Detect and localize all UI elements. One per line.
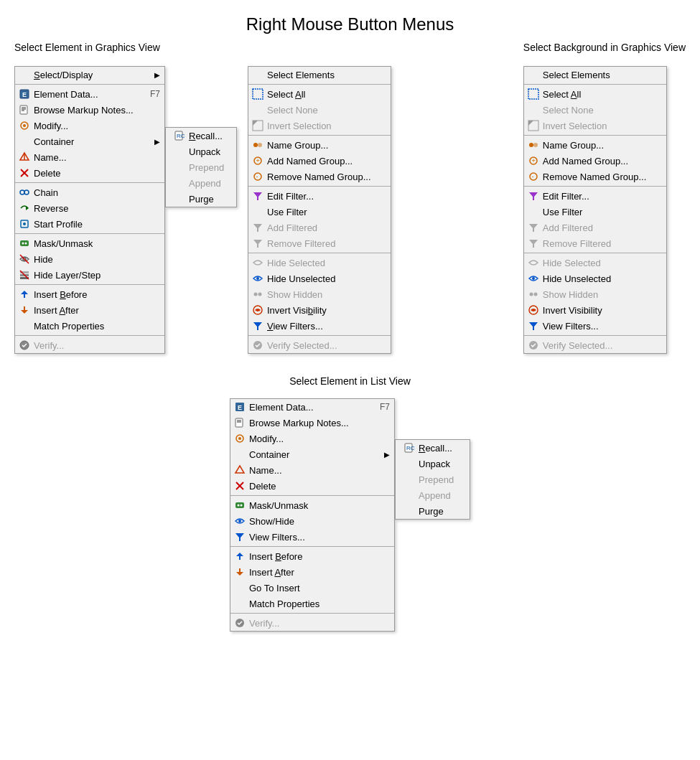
- csub2-append[interactable]: Append: [396, 487, 470, 503]
- m3-select-all[interactable]: Select All: [524, 86, 666, 102]
- menu1-mask-unmask[interactable]: Mask/Unmask: [15, 235, 164, 251]
- m4-go-to-insert[interactable]: Go To Insert: [230, 580, 394, 596]
- menu1-delete[interactable]: Delete: [15, 165, 164, 181]
- m2-select-none[interactable]: Select None: [248, 102, 391, 118]
- m4-browse-markup[interactable]: Browse Markup Notes...: [230, 415, 394, 431]
- separator: [248, 335, 391, 336]
- m3-remove-named[interactable]: - Remove Named Group...: [524, 169, 666, 184]
- m4-modify[interactable]: Modify...: [230, 431, 394, 446]
- svg-text:RC: RC: [406, 445, 415, 451]
- csub2-recall[interactable]: RC Recall...: [396, 440, 470, 456]
- m3-verify-sel[interactable]: Verify Selected...: [524, 337, 666, 353]
- m2-remove-filtered[interactable]: Remove Filtered: [248, 235, 391, 251]
- svg-point-81: [238, 505, 240, 507]
- m3-add-named[interactable]: + Add Named Group...: [524, 153, 666, 169]
- menu1-insert-after[interactable]: Insert After: [15, 302, 164, 318]
- m3-remove-filtered[interactable]: Remove Filtered: [524, 235, 666, 251]
- m4-container[interactable]: Container: [230, 446, 394, 462]
- csub2-purge[interactable]: Purge: [396, 503, 470, 519]
- menu1-name[interactable]: Name...: [15, 149, 164, 165]
- csub2-unpack[interactable]: Unpack: [396, 456, 470, 472]
- m4-verify[interactable]: Verify...: [230, 615, 394, 631]
- menu1-chain[interactable]: Chain: [15, 184, 164, 200]
- csub2-recall-icon: RC: [403, 441, 416, 454]
- separator: [524, 335, 666, 336]
- m4-insert-after[interactable]: Insert After: [230, 564, 394, 580]
- menu1-match-properties[interactable]: Match Properties: [15, 318, 164, 334]
- menu1-element-data[interactable]: E Element Data... F7: [15, 86, 164, 102]
- svg-marker-36: [253, 121, 258, 126]
- m4-delete[interactable]: Delete: [230, 478, 394, 494]
- m2-remove-named[interactable]: - Remove Named Group...: [248, 169, 391, 184]
- m4-match-props[interactable]: Match Properties: [230, 596, 394, 611]
- m2-add-filtered[interactable]: Add Filtered: [248, 220, 391, 235]
- element-data-icon: E: [18, 88, 31, 100]
- m4-show-hide[interactable]: Show/Hide: [230, 513, 394, 529]
- csub2-prepend[interactable]: Prepend: [396, 472, 470, 487]
- separator: [230, 495, 394, 496]
- m3-view-filters[interactable]: View Filters...: [524, 318, 666, 334]
- menu1-reverse[interactable]: Reverse: [15, 200, 164, 216]
- menu1-start-profile[interactable]: Start Profile: [15, 216, 164, 232]
- m3-invert-sel[interactable]: Invert Selection: [524, 118, 666, 133]
- m3-name-group[interactable]: Name Group...: [524, 137, 666, 153]
- m2-select-all[interactable]: Select All: [248, 86, 391, 102]
- csub2-purge-icon: [403, 505, 416, 517]
- menu1-container[interactable]: Container: [15, 133, 164, 149]
- svg-line-22: [20, 255, 29, 263]
- m3-hu-icon: [527, 272, 540, 285]
- m3-hide-unsel[interactable]: Hide Unselected: [524, 271, 666, 286]
- separator: [230, 546, 394, 547]
- csub1-purge[interactable]: Purge: [166, 191, 236, 207]
- m4-mask-unmask[interactable]: Mask/Unmask: [230, 497, 394, 513]
- csub1-recall[interactable]: RC Recall...: [166, 128, 236, 144]
- csub1-append[interactable]: Append: [166, 175, 236, 191]
- m2-sn-icon: [251, 103, 264, 116]
- separator: [230, 613, 394, 614]
- menu1-modify[interactable]: Modify...: [15, 118, 164, 133]
- m2-an-icon: +: [251, 154, 264, 167]
- m3-invert-vis[interactable]: Invert Visibility: [524, 302, 666, 318]
- csub1-prepend[interactable]: Prepend: [166, 159, 236, 175]
- m3-rf-icon: [527, 237, 540, 250]
- m3-select-elements: Select Elements: [524, 67, 666, 83]
- svg-marker-61: [529, 192, 538, 200]
- m3-hide-selected[interactable]: Hide Selected: [524, 255, 666, 271]
- name-icon: [18, 151, 31, 164]
- m3-use-filter[interactable]: Use Filter: [524, 204, 666, 220]
- separator: [248, 186, 391, 187]
- m2-hide-selected[interactable]: Hide Selected: [248, 255, 391, 271]
- m4-view-filters[interactable]: View Filters...: [230, 529, 394, 545]
- m3-select-none[interactable]: Select None: [524, 102, 666, 118]
- m2-invert-sel[interactable]: Invert Selection: [248, 118, 391, 133]
- m2-name-group[interactable]: Name Group...: [248, 137, 391, 153]
- m2-verify-sel[interactable]: Verify Selected...: [248, 337, 391, 353]
- m4-element-data[interactable]: E Element Data... F7: [230, 399, 394, 415]
- m2-edit-filter[interactable]: Edit Filter...: [248, 188, 391, 204]
- menu1-hide-layer[interactable]: Hide Layer/Step: [15, 267, 164, 283]
- m2-show-hidden[interactable]: Show Hidden: [248, 286, 391, 302]
- m2-use-filter[interactable]: Use Filter: [248, 204, 391, 220]
- m4-insert-before[interactable]: Insert Before: [230, 548, 394, 564]
- menu1-browse-markup[interactable]: Browse Markup Notes...: [15, 102, 164, 118]
- m3-edit-filter[interactable]: Edit Filter...: [524, 188, 666, 204]
- menu1-verify[interactable]: Verify...: [15, 337, 164, 353]
- m3-add-filtered[interactable]: Add Filtered: [524, 220, 666, 235]
- svg-point-38: [258, 143, 262, 147]
- menu1-hide[interactable]: Hide: [15, 251, 164, 267]
- m2-hide-unsel[interactable]: Hide Unselected: [248, 271, 391, 286]
- m4-name[interactable]: Name...: [230, 462, 394, 478]
- m3-show-hidden[interactable]: Show Hidden: [524, 286, 666, 302]
- separator: [15, 335, 164, 336]
- page-title: Right Mouse Button Menus: [0, 0, 700, 42]
- csub1-unpack[interactable]: Unpack: [166, 144, 236, 159]
- m4-ia-icon: [233, 566, 246, 578]
- menu1-select-display[interactable]: Select/Display: [15, 67, 164, 83]
- csub2-unpack-icon: [403, 457, 416, 470]
- menu1-insert-before[interactable]: Insert Before: [15, 286, 164, 302]
- svg-point-17: [23, 222, 26, 225]
- separator: [15, 284, 164, 285]
- m2-view-filters[interactable]: View Filters...: [248, 318, 391, 334]
- m2-add-named[interactable]: + Add Named Group...: [248, 153, 391, 169]
- m2-invert-vis[interactable]: Invert Visibility: [248, 302, 391, 318]
